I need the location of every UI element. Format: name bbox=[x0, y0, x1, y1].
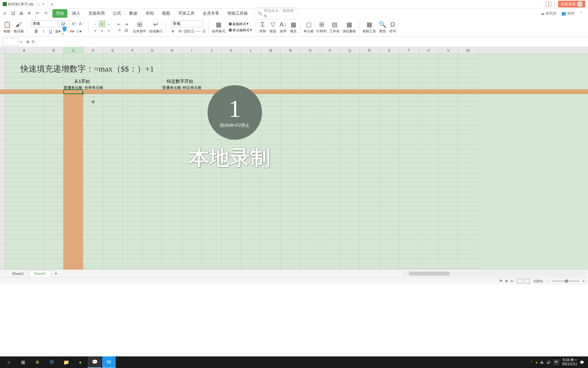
grid[interactable]: 快速填充递增数字：=max（$$：）+1 从1开始 特定数字开始 普通单元格 合… bbox=[0, 54, 588, 270]
zoom-slider[interactable] bbox=[552, 280, 579, 282]
col-header-W[interactable]: W bbox=[458, 47, 478, 53]
col-header-D[interactable]: D bbox=[83, 47, 103, 53]
orientation-icon[interactable]: ↗ bbox=[116, 27, 122, 33]
merge-button[interactable]: ⊞合并居中 bbox=[132, 21, 147, 34]
col-header-P[interactable]: P bbox=[320, 47, 340, 53]
add-sheet-button[interactable]: + bbox=[51, 271, 61, 277]
font-color-button[interactable]: A▾ bbox=[69, 28, 75, 34]
view-mode-icon[interactable]: ▭ bbox=[510, 279, 513, 283]
inc-decimal-icon[interactable]: .0→ bbox=[191, 28, 197, 34]
freeze-button[interactable]: ▦冻结窗格 bbox=[342, 21, 357, 34]
col-header-U[interactable]: U bbox=[419, 47, 439, 53]
preview-icon[interactable]: 👁 bbox=[27, 11, 32, 16]
indent-dec-icon[interactable]: ⇤ bbox=[116, 21, 122, 27]
col-header-O[interactable]: O bbox=[300, 47, 320, 53]
dist-icon[interactable]: ⊟ bbox=[123, 27, 129, 33]
undo-icon[interactable]: ↶ bbox=[35, 11, 40, 16]
filter-button[interactable]: ▽筛选 bbox=[268, 21, 277, 34]
collab-button[interactable]: 👥 协作 bbox=[561, 11, 575, 16]
col-header-E[interactable]: E bbox=[103, 47, 123, 53]
find-button[interactable]: 🔍查找 bbox=[378, 21, 387, 34]
fill-color-button[interactable]: 🪣▾ bbox=[62, 28, 68, 34]
redo-icon[interactable]: ↷ bbox=[43, 11, 48, 16]
tray-icon-1[interactable]: ● bbox=[535, 361, 537, 364]
clear-format-button[interactable]: ◇▾ bbox=[76, 28, 82, 34]
login-button[interactable]: 访客登录 bbox=[558, 1, 585, 7]
align-right[interactable]: ≡ bbox=[106, 28, 112, 34]
align-center[interactable]: ≡ bbox=[99, 28, 105, 34]
col-header-L[interactable]: L bbox=[241, 47, 261, 53]
fx-icon[interactable]: fx bbox=[32, 40, 35, 44]
sheet-tab-2[interactable]: Sheet2 bbox=[29, 270, 51, 277]
col-header-Q[interactable]: Q bbox=[340, 47, 360, 53]
tab-close-icon[interactable]: ✕ bbox=[42, 2, 45, 6]
cell-button[interactable]: ▢单元格 bbox=[303, 21, 314, 34]
task-view-button[interactable]: ⊞ bbox=[16, 356, 30, 368]
align-bottom[interactable]: ⌙ bbox=[106, 21, 112, 27]
view-normal-icon[interactable] bbox=[517, 279, 522, 283]
symbol-button[interactable]: Ω符号 bbox=[388, 21, 397, 34]
dec-decimal-icon[interactable]: ←.0 bbox=[198, 28, 205, 34]
print-icon[interactable]: 🖶 bbox=[18, 11, 24, 16]
border-button[interactable]: ⊞▾ bbox=[55, 28, 61, 34]
file-tab[interactable]: EXCEL学习.xls ▢ ✕ bbox=[0, 0, 48, 9]
tray-volume-icon[interactable]: 🔊 bbox=[546, 361, 551, 364]
col-header-C[interactable]: C bbox=[64, 47, 83, 53]
save-icon[interactable]: 🖫 bbox=[10, 11, 16, 16]
cond-format-button[interactable]: ▦条件格式 bbox=[211, 21, 226, 34]
tray-network-icon[interactable]: 🖧 bbox=[540, 361, 544, 364]
increase-font-icon[interactable]: A⁺ bbox=[71, 21, 77, 27]
select-all-corner[interactable] bbox=[0, 47, 5, 53]
worksheet-button[interactable]: ▤工作表 bbox=[329, 21, 340, 34]
align-top[interactable]: ⌐ bbox=[92, 21, 98, 27]
col-header-F[interactable]: F bbox=[123, 47, 143, 53]
bold-button[interactable]: B bbox=[33, 28, 39, 34]
col-header-J[interactable]: J bbox=[202, 47, 222, 53]
col-header-V[interactable]: V bbox=[439, 47, 458, 53]
wps-icon[interactable]: W bbox=[102, 356, 116, 368]
col-header-K[interactable]: K bbox=[222, 47, 241, 53]
tab-layout[interactable]: 页面布局 bbox=[85, 9, 108, 18]
zoom-out-button[interactable]: − bbox=[546, 279, 548, 283]
col-header-A[interactable]: A bbox=[5, 47, 44, 53]
tab-data[interactable]: 数据 bbox=[126, 9, 141, 18]
explorer-icon[interactable]: 📁 bbox=[59, 356, 73, 368]
rowcol-button[interactable]: ⊞行和列 bbox=[316, 21, 327, 34]
sum-button[interactable]: Σ求和 bbox=[258, 21, 267, 34]
sort-button[interactable]: A↓排序 bbox=[279, 21, 288, 34]
edge-icon[interactable]: ⓔ bbox=[45, 356, 59, 368]
ime-indicator[interactable]: 中 bbox=[553, 359, 559, 365]
sync-status[interactable]: ☁ 未同步 bbox=[541, 11, 557, 16]
cell-style-button[interactable]: ▦ 单元格样式 ▾ bbox=[229, 28, 252, 33]
cancel-formula-icon[interactable]: ⊗ bbox=[26, 40, 30, 44]
formula-input[interactable] bbox=[37, 38, 588, 46]
new-tab-button[interactable]: + bbox=[51, 1, 53, 7]
zoom-in-button[interactable]: + bbox=[583, 279, 585, 283]
fill-button[interactable]: ▦填充 bbox=[289, 21, 298, 34]
table-tool-button[interactable]: ▦表格工具 bbox=[362, 21, 377, 34]
col-header-B[interactable]: B bbox=[44, 47, 64, 53]
namebox-dropdown-icon[interactable]: ▾ bbox=[19, 40, 23, 44]
sheet-tab-1[interactable]: Sheet1 bbox=[7, 270, 29, 277]
wrap-button[interactable]: ↵自动换行 bbox=[148, 21, 163, 34]
notifications-icon[interactable]: 💬 bbox=[580, 361, 584, 364]
col-header-H[interactable]: H bbox=[162, 47, 182, 53]
view-eye-icon[interactable]: 👁 bbox=[499, 279, 503, 283]
italic-button[interactable]: I bbox=[40, 28, 47, 34]
more-icon[interactable]: ⌃ bbox=[579, 11, 583, 16]
col-header-S[interactable]: S bbox=[379, 47, 399, 53]
view-page-icon[interactable] bbox=[524, 279, 530, 283]
tab-review[interactable]: 审阅 bbox=[142, 9, 157, 18]
col-header-N[interactable]: N bbox=[281, 47, 300, 53]
tab-insert[interactable]: 插入 bbox=[69, 9, 84, 18]
start-button[interactable]: ○ bbox=[2, 356, 16, 368]
view-fit-icon[interactable]: ⊕ bbox=[505, 279, 508, 283]
percent-icon[interactable]: % bbox=[177, 28, 183, 34]
menu-icon[interactable]: ≡ bbox=[2, 11, 7, 16]
font-name-select[interactable] bbox=[31, 20, 58, 27]
font-size-select[interactable] bbox=[59, 20, 70, 27]
format-painter-button[interactable]: 🖌格式刷 bbox=[13, 21, 24, 34]
col-header-M[interactable]: M bbox=[261, 47, 281, 53]
currency-icon[interactable]: ¥ bbox=[170, 28, 176, 34]
number-format-select[interactable] bbox=[171, 20, 203, 27]
